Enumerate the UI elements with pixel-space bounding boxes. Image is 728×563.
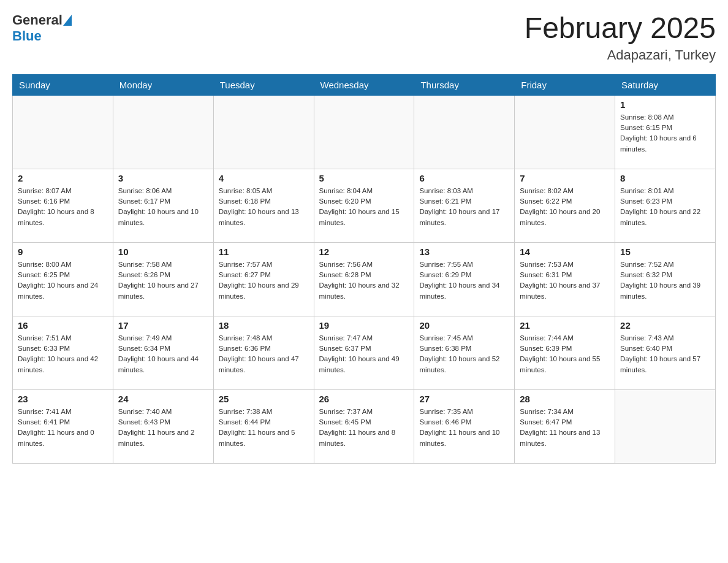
day-info: Sunrise: 7:58 AMSunset: 6:26 PMDaylight:… (118, 259, 208, 302)
logo-blue: Blue (12, 28, 42, 44)
calendar-cell: 18Sunrise: 7:48 AMSunset: 6:36 PMDayligh… (213, 316, 314, 389)
calendar-cell: 24Sunrise: 7:40 AMSunset: 6:43 PMDayligh… (113, 389, 213, 463)
calendar-cell: 8Sunrise: 8:01 AMSunset: 6:23 PMDaylight… (615, 169, 716, 242)
calendar-cell (113, 95, 213, 169)
calendar-cell: 11Sunrise: 7:57 AMSunset: 6:27 PMDayligh… (213, 242, 314, 316)
day-info: Sunrise: 7:56 AMSunset: 6:28 PMDaylight:… (319, 259, 409, 302)
calendar-cell (314, 95, 414, 169)
day-number: 6 (419, 173, 509, 183)
day-info: Sunrise: 8:00 AMSunset: 6:25 PMDaylight:… (18, 259, 108, 302)
calendar-week-3: 9Sunrise: 8:00 AMSunset: 6:25 PMDaylight… (13, 242, 716, 316)
calendar-header-tuesday: Tuesday (213, 74, 314, 95)
calendar-header-friday: Friday (515, 74, 615, 95)
calendar-cell (414, 95, 515, 169)
calendar-cell (213, 95, 314, 169)
day-number: 7 (520, 173, 610, 183)
day-info: Sunrise: 8:02 AMSunset: 6:22 PMDaylight:… (520, 186, 610, 228)
day-info: Sunrise: 7:52 AMSunset: 6:32 PMDaylight:… (620, 259, 710, 302)
day-number: 19 (319, 320, 409, 331)
day-info: Sunrise: 7:45 AMSunset: 6:38 PMDaylight:… (419, 333, 509, 375)
day-info: Sunrise: 8:08 AMSunset: 6:15 PMDaylight:… (620, 112, 710, 155)
calendar-header-thursday: Thursday (414, 74, 515, 95)
calendar-subtitle: Adapazari, Turkey (525, 47, 716, 63)
calendar-table: SundayMondayTuesdayWednesdayThursdayFrid… (12, 74, 716, 464)
logo-general: General (12, 12, 63, 28)
day-number: 21 (520, 320, 610, 331)
logo-triangle-icon (63, 15, 72, 26)
day-info: Sunrise: 7:38 AMSunset: 6:44 PMDaylight:… (219, 407, 309, 449)
day-number: 26 (319, 394, 409, 404)
page-header: General Blue February 2025 Adapazari, Tu… (12, 12, 716, 63)
day-number: 5 (319, 173, 409, 183)
day-number: 13 (419, 247, 509, 257)
day-number: 25 (219, 394, 309, 404)
day-info: Sunrise: 8:05 AMSunset: 6:18 PMDaylight:… (219, 186, 309, 228)
calendar-title: February 2025 (525, 12, 716, 45)
day-number: 18 (219, 320, 309, 331)
calendar-cell: 6Sunrise: 8:03 AMSunset: 6:21 PMDaylight… (414, 169, 515, 242)
day-number: 22 (620, 320, 710, 331)
calendar-cell: 9Sunrise: 8:00 AMSunset: 6:25 PMDaylight… (13, 242, 113, 316)
day-number: 16 (18, 320, 108, 331)
day-number: 28 (520, 394, 610, 404)
calendar-cell: 28Sunrise: 7:34 AMSunset: 6:47 PMDayligh… (515, 389, 615, 463)
day-number: 2 (18, 173, 108, 183)
calendar-cell: 19Sunrise: 7:47 AMSunset: 6:37 PMDayligh… (314, 316, 414, 389)
day-info: Sunrise: 7:53 AMSunset: 6:31 PMDaylight:… (520, 259, 610, 302)
day-number: 12 (319, 247, 409, 257)
calendar-header-row: SundayMondayTuesdayWednesdayThursdayFrid… (13, 74, 716, 95)
day-info: Sunrise: 8:04 AMSunset: 6:20 PMDaylight:… (319, 186, 409, 228)
calendar-cell: 14Sunrise: 7:53 AMSunset: 6:31 PMDayligh… (515, 242, 615, 316)
day-info: Sunrise: 7:41 AMSunset: 6:41 PMDaylight:… (18, 407, 108, 449)
calendar-cell: 15Sunrise: 7:52 AMSunset: 6:32 PMDayligh… (615, 242, 716, 316)
day-number: 27 (419, 394, 509, 404)
calendar-cell: 21Sunrise: 7:44 AMSunset: 6:39 PMDayligh… (515, 316, 615, 389)
day-info: Sunrise: 7:47 AMSunset: 6:37 PMDaylight:… (319, 333, 409, 375)
calendar-cell: 2Sunrise: 8:07 AMSunset: 6:16 PMDaylight… (13, 169, 113, 242)
day-info: Sunrise: 7:34 AMSunset: 6:47 PMDaylight:… (520, 407, 610, 449)
calendar-week-4: 16Sunrise: 7:51 AMSunset: 6:33 PMDayligh… (13, 316, 716, 389)
calendar-cell: 12Sunrise: 7:56 AMSunset: 6:28 PMDayligh… (314, 242, 414, 316)
calendar-cell: 26Sunrise: 7:37 AMSunset: 6:45 PMDayligh… (314, 389, 414, 463)
day-number: 3 (118, 173, 208, 183)
day-number: 14 (520, 247, 610, 257)
calendar-week-5: 23Sunrise: 7:41 AMSunset: 6:41 PMDayligh… (13, 389, 716, 463)
day-number: 24 (118, 394, 208, 404)
day-number: 20 (419, 320, 509, 331)
day-info: Sunrise: 7:49 AMSunset: 6:34 PMDaylight:… (118, 333, 208, 375)
day-info: Sunrise: 7:51 AMSunset: 6:33 PMDaylight:… (18, 333, 108, 375)
calendar-cell: 10Sunrise: 7:58 AMSunset: 6:26 PMDayligh… (113, 242, 213, 316)
calendar-cell: 3Sunrise: 8:06 AMSunset: 6:17 PMDaylight… (113, 169, 213, 242)
calendar-cell: 17Sunrise: 7:49 AMSunset: 6:34 PMDayligh… (113, 316, 213, 389)
day-number: 4 (219, 173, 309, 183)
day-number: 17 (118, 320, 208, 331)
day-info: Sunrise: 8:01 AMSunset: 6:23 PMDaylight:… (620, 186, 710, 228)
day-info: Sunrise: 7:44 AMSunset: 6:39 PMDaylight:… (520, 333, 610, 375)
day-info: Sunrise: 8:07 AMSunset: 6:16 PMDaylight:… (18, 186, 108, 228)
calendar-cell (13, 95, 113, 169)
title-area: February 2025 Adapazari, Turkey (525, 12, 716, 63)
calendar-cell: 23Sunrise: 7:41 AMSunset: 6:41 PMDayligh… (13, 389, 113, 463)
day-info: Sunrise: 7:55 AMSunset: 6:29 PMDaylight:… (419, 259, 509, 302)
calendar-cell: 13Sunrise: 7:55 AMSunset: 6:29 PMDayligh… (414, 242, 515, 316)
logo: General Blue (12, 12, 72, 44)
calendar-cell (615, 389, 716, 463)
day-number: 8 (620, 173, 710, 183)
calendar-week-2: 2Sunrise: 8:07 AMSunset: 6:16 PMDaylight… (13, 169, 716, 242)
calendar-cell: 5Sunrise: 8:04 AMSunset: 6:20 PMDaylight… (314, 169, 414, 242)
calendar-cell: 20Sunrise: 7:45 AMSunset: 6:38 PMDayligh… (414, 316, 515, 389)
day-number: 11 (219, 247, 309, 257)
calendar-cell: 16Sunrise: 7:51 AMSunset: 6:33 PMDayligh… (13, 316, 113, 389)
calendar-cell: 7Sunrise: 8:02 AMSunset: 6:22 PMDaylight… (515, 169, 615, 242)
day-info: Sunrise: 7:35 AMSunset: 6:46 PMDaylight:… (419, 407, 509, 449)
day-number: 1 (620, 99, 710, 110)
day-info: Sunrise: 7:57 AMSunset: 6:27 PMDaylight:… (219, 259, 309, 302)
calendar-header-saturday: Saturday (615, 74, 716, 95)
day-info: Sunrise: 7:40 AMSunset: 6:43 PMDaylight:… (118, 407, 208, 449)
day-number: 23 (18, 394, 108, 404)
calendar-header-monday: Monday (113, 74, 213, 95)
calendar-cell: 1Sunrise: 8:08 AMSunset: 6:15 PMDaylight… (615, 95, 716, 169)
day-info: Sunrise: 8:06 AMSunset: 6:17 PMDaylight:… (118, 186, 208, 228)
day-number: 10 (118, 247, 208, 257)
calendar-cell: 4Sunrise: 8:05 AMSunset: 6:18 PMDaylight… (213, 169, 314, 242)
